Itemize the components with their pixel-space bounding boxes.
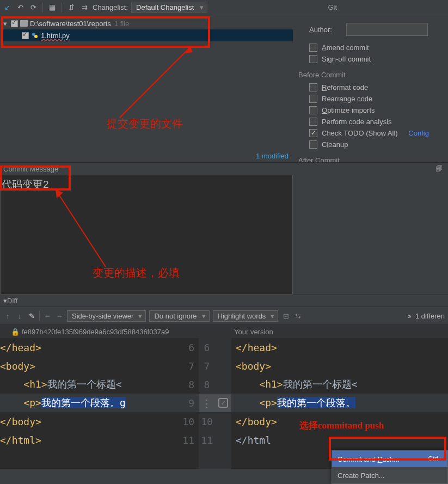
expand-icon[interactable]: ⇵ — [66, 3, 76, 13]
prev-diff-icon[interactable]: ↑ — [3, 312, 12, 320]
changelist-label: Changelist: — [93, 3, 128, 11]
diff-revisions-bar: 🔒fe897b420fe135f969de9a6c93df588436f037a… — [0, 325, 448, 338]
root-checkbox[interactable] — [11, 20, 18, 27]
create-patch-item[interactable]: Create Patch... — [332, 467, 447, 483]
modified-count: 1 modified — [256, 152, 289, 160]
file-checkbox[interactable] — [22, 32, 29, 39]
author-input[interactable] — [346, 23, 428, 36]
commit-message-header: Commit Message 🗐 — [0, 163, 448, 175]
todo-checkbox[interactable]: Check TODO (Show All) Config — [309, 129, 443, 137]
folder-icon — [20, 20, 28, 27]
commit-and-push-item[interactable]: Commit and Push... Ctrl+ — [332, 451, 447, 467]
diff-gutter-left: 8 — [199, 375, 215, 394]
back-icon[interactable]: ← — [43, 312, 52, 320]
diff-left-row[interactable]: </body>10 — [0, 412, 199, 431]
diff-accept-icon[interactable] — [215, 394, 231, 412]
lock-icon: 🔒 — [11, 328, 20, 336]
signoff-checkbox-row[interactable]: Sign-off commit — [309, 55, 443, 63]
collapse-icon[interactable]: ↙ — [2, 3, 12, 13]
before-commit-label: Before Commit — [298, 71, 443, 79]
analysis-checkbox[interactable]: Perform code analysis — [309, 118, 443, 126]
collapse-unchanged-icon[interactable]: ⊟ — [281, 312, 290, 320]
diff-gutter-left: 11 — [199, 431, 215, 449]
diff-right-row[interactable]: </body> — [231, 412, 448, 431]
diff-toolbar: ↑ ↓ ✎ ← → Side-by-side viewer Do not ign… — [0, 307, 448, 325]
undo-icon[interactable]: ↶ — [15, 3, 25, 13]
file-name: 1.html.py — [41, 32, 70, 40]
diff-right-row[interactable]: </head> — [231, 338, 448, 357]
root-path: D:\software\test01\reports — [30, 20, 111, 28]
reformat-checkbox[interactable]: Reformat code — [309, 83, 443, 91]
ignore-dropdown[interactable]: Do not ignore — [149, 310, 209, 322]
diff-gutter-left: ⋮ — [199, 394, 215, 412]
group-icon[interactable]: ▦ — [47, 3, 57, 13]
diff-gutter-right — [215, 338, 231, 357]
python-file-icon — [31, 32, 39, 39]
forward-icon[interactable]: → — [55, 312, 64, 320]
diff-gutter-right — [215, 357, 231, 375]
file-count: 1 file — [114, 20, 129, 28]
next-diff-icon[interactable]: ↓ — [15, 312, 24, 320]
top-toolbar: ↙ ↶ ⟳ ▦ ⇵ ⇉ Changelist: Default Changeli… — [0, 0, 448, 15]
diff-left-row[interactable]: <p>我的第一个段落。g9 — [0, 394, 199, 412]
viewer-mode-dropdown[interactable]: Side-by-side viewer — [67, 310, 146, 322]
diff-left-row[interactable]: <h1>我的第一个标题<8 — [0, 375, 199, 394]
git-section-label: Git — [328, 3, 446, 11]
diff-gutter-left: 6 — [199, 338, 215, 357]
diff-right-row[interactable]: <body> — [231, 357, 448, 375]
configure-link[interactable]: Config — [408, 129, 429, 137]
cleanup-checkbox[interactable]: Cleanup — [309, 140, 443, 149]
after-commit-label: After Commit — [298, 156, 443, 162]
diff-left-row[interactable]: </html>11 — [0, 431, 199, 449]
commit-message-textarea[interactable]: 代码变更2 — [0, 175, 293, 295]
svg-point-1 — [34, 35, 38, 38]
author-label: Author: — [309, 26, 342, 34]
highlight-dropdown[interactable]: Highlight words — [213, 310, 279, 322]
sync-scroll-icon[interactable]: ⇆ — [293, 312, 302, 320]
diff-right-row[interactable]: <p>我的第一个段落。 — [231, 394, 448, 412]
diff-right-row[interactable]: <h1>我的第一个标题< — [231, 375, 448, 394]
tree-root-row[interactable]: ▾ D:\software\test01\reports 1 file — [2, 17, 293, 29]
diff-left-row[interactable]: </head>6 — [0, 338, 199, 357]
diff-right-row[interactable]: </html — [231, 431, 448, 449]
diff-gutter-left: 7 — [199, 357, 215, 375]
your-version-label: Your version — [234, 328, 273, 336]
diff-left-row[interactable]: <body>7 — [0, 357, 199, 375]
diff-header: ▾ Diff — [0, 295, 448, 307]
diff-viewer: </head>6<body>7 <h1>我的第一个标题<8 <p>我的第一个段落… — [0, 338, 448, 469]
commit-hash: fe897b420fe135f969de9a6c93df588436f037a9 — [22, 328, 169, 336]
diff-gutter-right — [215, 431, 231, 449]
flatten-icon[interactable]: ⇉ — [79, 3, 89, 13]
caret-down-icon[interactable]: ▾ — [3, 20, 9, 28]
history-icon[interactable]: 🗐 — [435, 164, 443, 173]
commit-actions-popup: Commit and Push... Ctrl+ Create Patch... — [332, 450, 448, 484]
diff-caret-icon[interactable]: ▾ — [3, 297, 7, 305]
changelist-dropdown[interactable]: Default Changelist — [131, 2, 207, 13]
amend-checkbox-row[interactable]: Amend commit — [309, 44, 443, 52]
refresh-icon[interactable]: ⟳ — [28, 3, 38, 13]
git-options-panel: Author: Amend commit Sign-off commit Bef… — [293, 15, 448, 162]
diff-gutter-right — [215, 375, 231, 394]
diff-gutter-left: 10 — [199, 412, 215, 431]
rearrange-checkbox[interactable]: Rearrange code — [309, 95, 443, 103]
file-tree: ▾ D:\software\test01\reports 1 file 1.ht… — [0, 15, 293, 41]
edit-icon[interactable]: ✎ — [27, 312, 36, 320]
diff-count: » 1 differen — [408, 312, 445, 320]
diff-gutter-right — [215, 412, 231, 431]
tree-file-row[interactable]: 1.html.py — [2, 29, 293, 41]
optimize-checkbox[interactable]: Optimize imports — [309, 106, 443, 114]
